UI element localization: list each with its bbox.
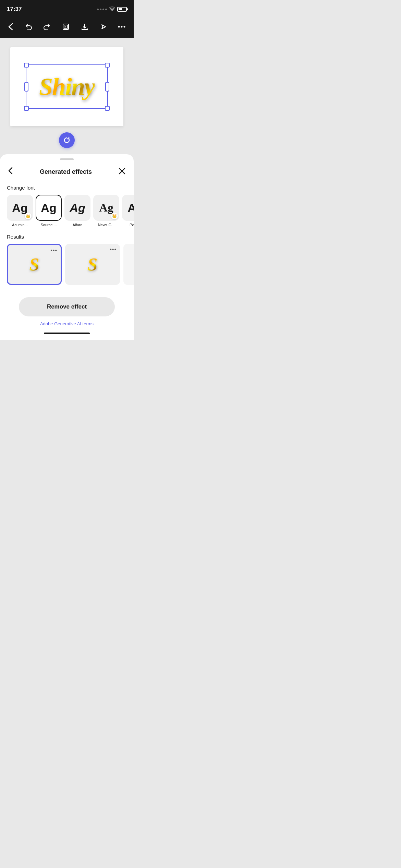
font-card-poplar[interactable]: Ag (122, 195, 134, 221)
wifi-icon (109, 7, 115, 12)
font-item-poplar: Ag Poplar (122, 195, 134, 227)
result-card-1[interactable]: ••• S (7, 244, 62, 285)
font-name-newsg: News G... (98, 223, 114, 227)
handle-middle-right[interactable] (105, 82, 109, 92)
font-ag-source: Ag (41, 201, 56, 215)
share-button[interactable] (98, 22, 108, 32)
canvas-area: Shiny (0, 38, 134, 154)
font-scroll: Ag 👑 Acumin... Ag Source ... Ag Alfarn A… (0, 195, 134, 234)
home-bar (44, 333, 90, 334)
font-ag-newsg: Ag (99, 201, 113, 214)
handle-bottom-right[interactable] (105, 106, 110, 111)
font-name-poplar: Poplar (130, 223, 134, 227)
handle-middle-left[interactable] (24, 82, 28, 92)
ai-terms-link[interactable]: Adobe Generative AI terms (40, 321, 94, 326)
font-ag-acumin: Ag (12, 201, 27, 215)
more-button[interactable] (117, 24, 127, 29)
sheet-handle (60, 158, 74, 160)
handle-top-left[interactable] (24, 63, 29, 68)
sheet-close-button[interactable] (117, 166, 127, 178)
font-item-alfarn: Ag Alfarn (64, 195, 90, 227)
change-font-label: Change font (0, 185, 134, 195)
download-button[interactable] (80, 22, 90, 32)
svg-point-5 (124, 26, 125, 28)
svg-point-4 (121, 26, 123, 28)
result-preview-1: S (29, 254, 39, 275)
remove-effect-button[interactable]: Remove effect (19, 297, 115, 316)
toolbar: 1 (0, 17, 134, 38)
toolbar-center: 1 (23, 21, 127, 32)
bottom-actions: Remove effect Adobe Generative AI terms (0, 292, 134, 329)
bottom-sheet: Generated effects Change font Ag 👑 Acumi… (0, 154, 134, 340)
sheet-header: Generated effects (0, 166, 134, 185)
svg-text:1: 1 (65, 26, 67, 29)
battery-icon (117, 7, 127, 12)
font-name-source: Source ... (40, 223, 57, 227)
home-indicator (0, 329, 134, 340)
font-item-newsg: Ag 👑 News G... (93, 195, 119, 227)
crown-badge-newsg: 👑 (111, 213, 118, 219)
handle-bottom-left[interactable] (24, 106, 29, 111)
sheet-back-button[interactable] (7, 166, 14, 178)
font-card-alfarn[interactable]: Ag (64, 195, 90, 221)
result-card-2[interactable]: ••• S (65, 244, 120, 285)
sheet-title: Generated effects (40, 168, 92, 176)
redo-button[interactable] (42, 22, 52, 32)
font-card-source[interactable]: Ag (36, 195, 62, 221)
result-more-1[interactable]: ••• (50, 248, 57, 254)
font-ag-poplar: Ag (127, 201, 134, 215)
layers-button[interactable]: 1 (60, 21, 71, 32)
handle-top-right[interactable] (105, 63, 110, 68)
svg-point-3 (118, 26, 120, 28)
status-time: 17:37 (7, 6, 22, 13)
result-more-2[interactable]: ••• (110, 246, 117, 253)
canvas-card[interactable]: Shiny (10, 47, 123, 126)
reset-button[interactable] (59, 132, 75, 148)
font-name-alfarn: Alfarn (73, 223, 83, 227)
result-card-3[interactable] (123, 244, 134, 285)
font-card-newsg[interactable]: Ag 👑 (93, 195, 119, 221)
result-preview-2: S (88, 254, 98, 275)
font-item-source: Ag Source ... (36, 195, 62, 227)
signal-icon (97, 9, 107, 10)
status-bar: 17:37 (0, 0, 134, 17)
font-name-acumin: Acumin... (12, 223, 28, 227)
font-ag-alfarn: Ag (70, 201, 85, 215)
font-item-acumin: Ag 👑 Acumin... (7, 195, 33, 227)
results-scroll: ••• S ••• S (0, 244, 134, 292)
undo-button[interactable] (23, 22, 34, 32)
crown-badge-acumin: 👑 (25, 213, 32, 219)
font-card-acumin[interactable]: Ag 👑 (7, 195, 33, 221)
back-button[interactable] (7, 22, 14, 32)
shiny-text-element: Shiny (39, 73, 95, 100)
results-label: Results (0, 234, 134, 244)
canvas-text[interactable]: Shiny (39, 73, 95, 101)
status-icons (97, 7, 127, 12)
